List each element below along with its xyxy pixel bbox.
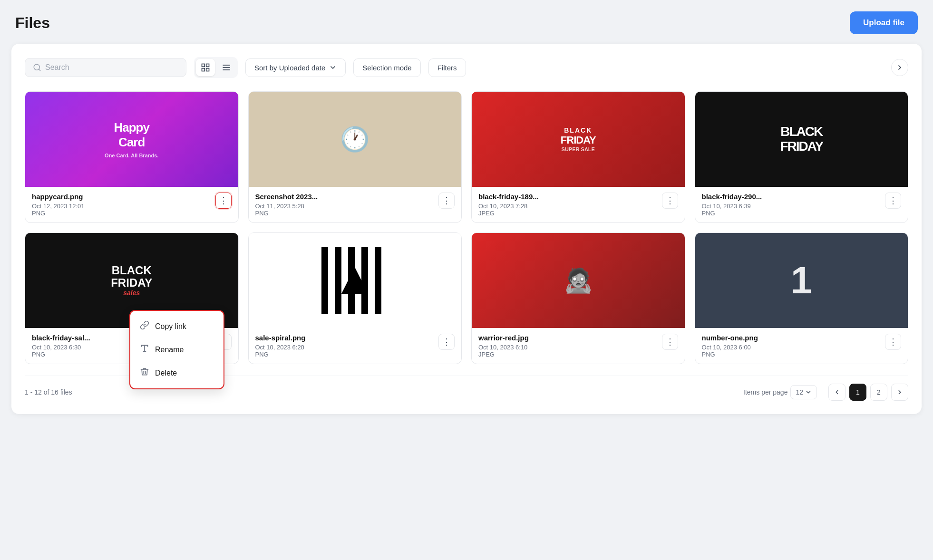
chevron-down-icon xyxy=(329,64,337,71)
file-type: JPEG xyxy=(478,210,658,217)
file-thumbnail: 🕐 xyxy=(249,92,462,187)
chevron-down-icon xyxy=(805,389,812,396)
file-card: 1 number-one.png Oct 10, 2023 6:00 PNG ⋮ xyxy=(695,232,909,364)
file-meta: sale-spiral.png Oct 10, 2023 6:20 PNG xyxy=(255,334,435,358)
file-thumbnail: HappyCard One Card. All Brands. xyxy=(25,92,238,187)
file-type: PNG xyxy=(32,210,212,217)
files-grid: HappyCard One Card. All Brands. happycar… xyxy=(25,91,908,364)
svg-rect-3 xyxy=(206,64,209,67)
file-more-button[interactable]: ⋮ xyxy=(438,334,455,350)
file-meta: black-friday-290... Oct 10, 2023 6:39 PN… xyxy=(702,193,882,217)
view-toggles xyxy=(194,57,238,78)
file-name: warrior-red.jpg xyxy=(478,334,658,342)
file-info: happycard.png Oct 12, 2023 12:01 PNG ⋮ xyxy=(25,187,238,222)
delete-label: Delete xyxy=(155,369,177,377)
file-meta: happycard.png Oct 12, 2023 12:01 PNG xyxy=(32,193,212,217)
file-type: PNG xyxy=(702,351,882,358)
file-date: Oct 10, 2023 6:00 xyxy=(702,344,882,351)
page-1-button[interactable]: 1 xyxy=(849,384,866,401)
files-panel: Sort by Uploaded date Selection mode Fil… xyxy=(11,44,922,414)
file-info: black-friday-189... Oct 10, 2023 7:28 JP… xyxy=(472,187,685,222)
items-per-page: Items per page 12 xyxy=(743,385,817,399)
copy-link-menu-item[interactable]: Copy link xyxy=(130,315,224,338)
svg-rect-4 xyxy=(202,68,205,71)
file-name: number-one.png xyxy=(702,334,882,342)
file-name: black-friday-290... xyxy=(702,193,882,201)
per-page-value: 12 xyxy=(796,388,803,396)
file-meta: black-friday-189... Oct 10, 2023 7:28 JP… xyxy=(478,193,658,217)
collapse-panel-button[interactable] xyxy=(891,59,908,76)
file-info: Screenshot 2023... Oct 11, 2023 5:28 PNG… xyxy=(249,187,462,222)
search-box xyxy=(25,58,186,77)
file-info: number-one.png Oct 10, 2023 6:00 PNG ⋮ xyxy=(695,328,908,364)
list-view-button[interactable] xyxy=(217,59,236,76)
file-meta: warrior-red.jpg Oct 10, 2023 6:10 JPEG xyxy=(478,334,658,358)
delete-icon xyxy=(140,367,149,379)
file-date: Oct 10, 2023 6:10 xyxy=(478,344,658,351)
file-thumbnail: 🧟 xyxy=(472,233,685,328)
upload-file-button[interactable]: Upload file xyxy=(850,11,918,34)
chevron-left-icon xyxy=(834,389,840,396)
file-name: Screenshot 2023... xyxy=(255,193,435,201)
svg-rect-2 xyxy=(202,64,205,67)
file-thumbnail xyxy=(249,233,462,328)
file-card: HappyCard One Card. All Brands. happycar… xyxy=(25,91,239,223)
file-type: PNG xyxy=(255,210,435,217)
svg-rect-5 xyxy=(206,68,209,71)
rename-menu-item[interactable]: Rename xyxy=(130,338,224,361)
file-name: happycard.png xyxy=(32,193,212,201)
file-more-button[interactable]: ⋮ xyxy=(215,193,232,209)
file-info: black-friday-290... Oct 10, 2023 6:39 PN… xyxy=(695,187,908,222)
file-card: 🧟 warrior-red.jpg Oct 10, 2023 6:10 JPEG… xyxy=(471,232,685,364)
items-per-page-label: Items per page xyxy=(743,388,787,396)
page-header: Files Upload file xyxy=(11,11,922,34)
file-date: Oct 10, 2023 6:39 xyxy=(702,203,882,210)
per-page-select[interactable]: 12 xyxy=(790,385,817,399)
file-card: BLACK FRIDAY SUPER SALE black-friday-189… xyxy=(471,91,685,223)
file-info: warrior-red.jpg Oct 10, 2023 6:10 JPEG ⋮ xyxy=(472,328,685,364)
file-type: PNG xyxy=(255,351,435,358)
delete-menu-item[interactable]: Delete xyxy=(130,361,224,385)
page-2-button[interactable]: 2 xyxy=(870,384,887,401)
filters-button[interactable]: Filters xyxy=(428,58,466,77)
sort-label: Sort by Uploaded date xyxy=(254,64,325,72)
file-date: Oct 12, 2023 12:01 xyxy=(32,203,212,210)
file-more-button[interactable]: ⋮ xyxy=(885,334,901,350)
file-more-button[interactable]: ⋮ xyxy=(438,193,455,209)
file-more-button[interactable]: ⋮ xyxy=(662,193,678,209)
file-more-button[interactable]: ⋮ xyxy=(662,334,678,350)
file-info: sale-spiral.png Oct 10, 2023 6:20 PNG ⋮ xyxy=(249,328,462,364)
file-more-button[interactable]: ⋮ xyxy=(885,193,901,209)
file-meta: number-one.png Oct 10, 2023 6:00 PNG xyxy=(702,334,882,358)
next-page-button[interactable] xyxy=(891,384,908,401)
file-thumbnail: BLACK FRIDAY xyxy=(695,92,908,187)
copy-link-label: Copy link xyxy=(155,322,186,331)
file-card: BLACK FRIDAY black-friday-290... Oct 10,… xyxy=(695,91,909,223)
rename-label: Rename xyxy=(155,346,184,354)
chevron-right-icon xyxy=(896,389,903,396)
search-icon xyxy=(33,63,41,72)
search-input[interactable] xyxy=(45,63,178,72)
toolbar: Sort by Uploaded date Selection mode Fil… xyxy=(25,57,908,78)
grid-icon xyxy=(201,63,210,72)
list-icon xyxy=(222,63,231,72)
file-card: 🕐 Screenshot 2023... Oct 11, 2023 5:28 P… xyxy=(248,91,462,223)
svg-line-1 xyxy=(39,69,40,70)
grid-view-button[interactable] xyxy=(196,59,215,76)
file-thumbnail: BLACK FRIDAY SUPER SALE xyxy=(472,92,685,187)
file-name: sale-spiral.png xyxy=(255,334,435,342)
file-type: JPEG xyxy=(478,351,658,358)
file-date: Oct 10, 2023 7:28 xyxy=(478,203,658,210)
selection-mode-button[interactable]: Selection mode xyxy=(353,58,420,77)
file-count: 1 - 12 of 16 files xyxy=(25,388,72,396)
file-card: sale-spiral.png Oct 10, 2023 6:20 PNG ⋮ xyxy=(248,232,462,364)
context-menu: Copy link Rename xyxy=(129,310,224,389)
copy-link-icon xyxy=(140,320,149,332)
sort-button[interactable]: Sort by Uploaded date xyxy=(245,58,346,77)
previous-page-button[interactable] xyxy=(828,384,846,401)
page-title: Files xyxy=(15,14,50,32)
file-type: PNG xyxy=(702,210,882,217)
file-name: black-friday-189... xyxy=(478,193,658,201)
chevron-right-icon xyxy=(896,64,904,71)
file-date: Oct 11, 2023 5:28 xyxy=(255,203,435,210)
